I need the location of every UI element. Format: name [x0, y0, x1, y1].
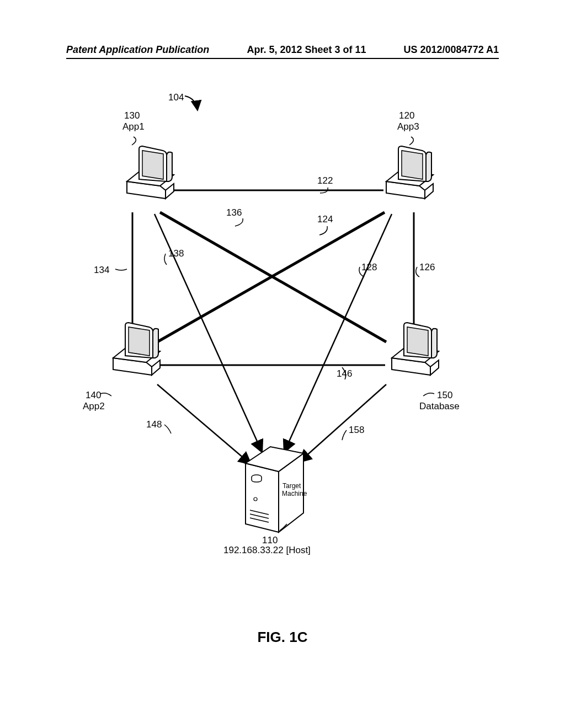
header-date-sheet: Apr. 5, 2012 Sheet 3 of 11: [247, 44, 366, 56]
server-icon-110: Target Machine: [246, 447, 307, 532]
header-rule: [66, 58, 499, 59]
svg-line-7: [284, 214, 392, 452]
svg-text:Target: Target: [282, 482, 301, 490]
figure-label: FIG. 1C: [0, 629, 565, 646]
diagram-fig1c: 104 130 App1 120 App3 122 136 124 134 13…: [99, 94, 463, 590]
svg-line-9: [299, 384, 386, 462]
svg-text:Machine: Machine: [282, 490, 307, 497]
workstation-icon-120: [386, 146, 433, 199]
diagram-svg: Target Machine: [99, 94, 463, 590]
workstation-icon-140: [113, 323, 160, 375]
header-docnumber: US 2012/0084772 A1: [404, 44, 499, 56]
header-publication: Patent Application Publication: [66, 44, 209, 56]
workstation-icon-130: [127, 146, 174, 199]
workstation-icon-150: [392, 323, 439, 375]
